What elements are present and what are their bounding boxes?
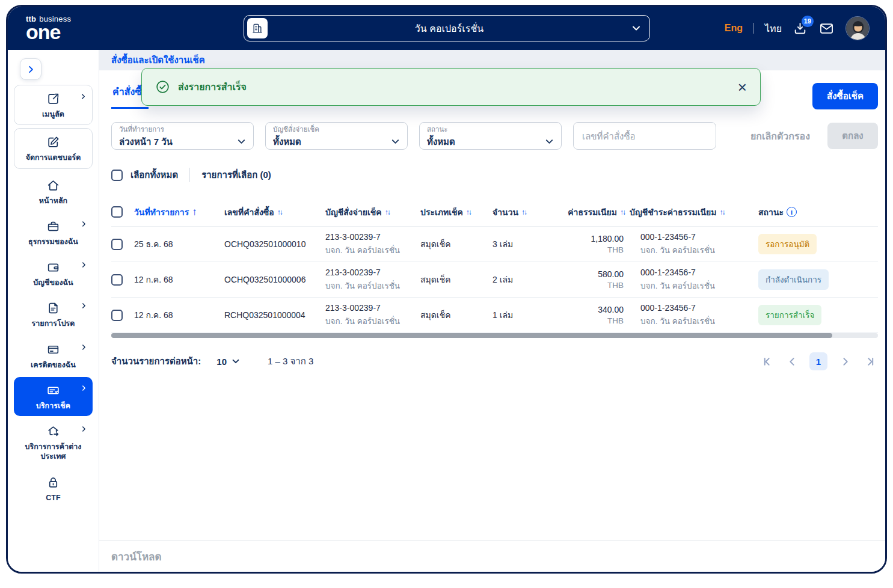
inbox-button[interactable]: [818, 20, 835, 37]
selection-row: เลือกทั้งหมด รายการที่เลือก (0): [111, 168, 885, 182]
column-header-order-no[interactable]: เลขที่คำสั่งซื้อ↑↓: [224, 206, 325, 219]
cell-date: 12 ก.ค. 68: [134, 273, 224, 286]
chevron-right-icon: [80, 93, 87, 100]
language-divider: [753, 23, 754, 34]
cell-fee-account: 000-1-23456-7บจก. วัน คอร์ปอเรชั่น: [630, 303, 758, 328]
cell-date: 25 ธ.ค. 68: [134, 237, 224, 251]
avatar[interactable]: [845, 16, 870, 40]
row-checkbox[interactable]: [111, 274, 123, 286]
sidebar-item-my-transactions[interactable]: ธุรกรรมของฉัน: [14, 213, 93, 252]
sort-icon[interactable]: ↑↓: [385, 208, 390, 216]
cell-payer-name: บจก. วัน คอร์ปอเรชั่น: [325, 279, 414, 292]
language-eng-button[interactable]: Eng: [725, 23, 743, 34]
sidebar-item-label: เครดิตของฉัน: [31, 360, 76, 370]
clear-filters-link[interactable]: ยกเลิกตัวกรอง: [750, 129, 810, 144]
sidebar-item-my-accounts[interactable]: บัญชีของฉัน: [14, 254, 93, 293]
sidebar-item-label: ธุรกรรมของฉัน: [28, 237, 78, 247]
per-page-label: จำนวนรายการต่อหน้า:: [111, 354, 201, 369]
status-filter-label: สถานะ: [427, 126, 554, 134]
sort-icon[interactable]: ↑↓: [620, 208, 625, 216]
column-header-fee-account[interactable]: บัญชีชำระค่าธรรมเนียม↑↓: [630, 206, 758, 219]
cell-payer-name: บจก. วัน คอร์ปอเรชั่น: [325, 314, 414, 328]
selected-count-label: รายการที่เลือก (0): [201, 168, 271, 182]
cell-cheque-type: สมุดเช็ค: [420, 273, 493, 286]
page-title-bar: สั่งซื้อและเปิดใช้งานเช็ค: [99, 50, 885, 70]
cell-payer-account: 213-3-00239-7บจก. วัน คอร์ปอเรชั่น: [325, 303, 420, 328]
chevron-right-icon: [81, 385, 87, 391]
sort-icon[interactable]: ↑↓: [521, 208, 526, 216]
cell-quantity: 2 เล่ม: [493, 273, 553, 286]
select-all-checkbox[interactable]: [111, 170, 123, 181]
cell-status: รายการสำเร็จ: [758, 305, 878, 325]
close-icon[interactable]: ×: [738, 79, 747, 95]
column-header-payer-account[interactable]: บัญชีสั่งจ่ายเช็ค↑↓: [325, 206, 420, 219]
cell-fee-currency: THB: [553, 281, 624, 290]
sidebar-item-label: CTF: [46, 493, 60, 503]
last-page-button[interactable]: [862, 354, 878, 369]
cell-fee-account: 000-1-23456-7บจก. วัน คอร์ปอเรชั่น: [630, 232, 758, 257]
download-link[interactable]: ดาวน์โหลด: [111, 548, 162, 565]
per-page-value: 10: [216, 357, 227, 367]
previous-page-button[interactable]: [784, 354, 800, 369]
column-header-fee[interactable]: ค่าธรรมเนียม↑↓: [553, 206, 630, 219]
table-header-row: วันที่ทำรายการ↑ เลขที่คำสั่งซื้อ↑↓ บัญชี…: [111, 198, 878, 227]
row-checkbox[interactable]: [111, 310, 123, 321]
sidebar-item-international-trade[interactable]: บริการการค้าต่างประเทศ: [14, 418, 93, 467]
pagination-range-text: 1 – 3 จาก 3: [268, 354, 313, 369]
sort-icon[interactable]: ↑↓: [466, 208, 471, 216]
sidebar-item-manage-dashboard[interactable]: จัดการแดชบอร์ด: [14, 128, 93, 168]
page-title: สั่งซื้อและเปิดใช้งานเช็ค: [111, 53, 205, 67]
horizontal-scrollbar-thumb[interactable]: [111, 333, 832, 338]
download-center-button[interactable]: 19: [793, 21, 808, 36]
sort-icon[interactable]: ↑↓: [720, 208, 725, 216]
sort-icon[interactable]: ↑↓: [277, 208, 282, 216]
wallet-icon: [46, 260, 60, 274]
sidebar: เมนูลัด จัดการแดชบอร์ด หน้าหลัก ธุรกรรมข…: [8, 50, 99, 572]
sidebar-item-favorites[interactable]: รายการโปรด: [14, 295, 93, 334]
sidebar-expand-button[interactable]: [20, 58, 41, 80]
payer-account-filter-dropdown[interactable]: บัญชีสั่งจ่ายเช็ค ทั้งหมด: [265, 122, 408, 150]
sidebar-item-label: บริการการค้าต่างประเทศ: [20, 442, 87, 462]
apply-filters-button[interactable]: ตกลง: [827, 123, 878, 149]
date-filter-dropdown[interactable]: วันที่ทำรายการ ล่วงหน้า 7 วัน: [111, 122, 254, 150]
building-icon: [247, 18, 268, 38]
status-filter-dropdown[interactable]: สถานะ ทั้งหมด: [419, 122, 562, 150]
sidebar-item-my-credit[interactable]: เครดิตของฉัน: [14, 336, 93, 375]
header-checkbox[interactable]: [111, 206, 123, 218]
page-number-current[interactable]: 1: [809, 352, 827, 370]
cell-cheque-type: สมุดเช็ค: [420, 308, 493, 322]
sidebar-item-label: เมนูลัด: [42, 109, 64, 119]
status-badge: กำลังดำเนินการ: [758, 269, 829, 290]
chevron-down-icon: [232, 357, 240, 366]
column-header-quantity[interactable]: จำนวน↑↓: [493, 206, 553, 219]
order-cheque-button[interactable]: สั่งซื้อเช็ค: [812, 83, 878, 109]
toast-message: ส่งรายการสำเร็จ: [178, 79, 247, 94]
payer-account-filter-label: บัญชีสั่งจ่ายเช็ค: [273, 126, 400, 134]
first-page-button[interactable]: [759, 354, 775, 369]
row-checkbox[interactable]: [111, 239, 123, 250]
company-selector-dropdown[interactable]: วัน คอเปอร์เรชั่น: [244, 15, 650, 41]
payer-account-filter-value: ทั้งหมด: [273, 135, 301, 149]
sidebar-item-ctf[interactable]: CTF: [14, 469, 93, 508]
sidebar-item-label: รายการโปรด: [32, 319, 75, 328]
cell-fee-currency: THB: [553, 316, 624, 325]
next-page-button[interactable]: [837, 354, 853, 369]
cell-order-no: OCHQ032501000010: [224, 239, 325, 249]
language-thai-button[interactable]: ไทย: [765, 21, 782, 36]
cell-fee-currency: THB: [553, 245, 624, 254]
sidebar-item-cheque-services[interactable]: บริการเช็ค: [14, 377, 93, 416]
column-header-date[interactable]: วันที่ทำรายการ↑: [134, 206, 224, 219]
column-header-cheque-type[interactable]: ประเภทเช็ค↑↓: [420, 206, 493, 219]
lock-icon: [46, 476, 60, 489]
status-info-icon[interactable]: i: [787, 207, 797, 217]
topbar: ttbbusiness one วัน คอเปอร์เรชั่น Eng ไท…: [8, 7, 885, 50]
sidebar-item-home[interactable]: หน้าหลัก: [14, 172, 93, 211]
cell-order-no: OCHQ032501000006: [224, 275, 325, 284]
sidebar-item-shortcut-menu[interactable]: เมนูลัด: [14, 85, 93, 125]
per-page-dropdown[interactable]: 10: [216, 357, 240, 367]
app-window: ttbbusiness one วัน คอเปอร์เรชั่น Eng ไท…: [6, 5, 887, 574]
sort-ascending-icon[interactable]: ↑: [192, 206, 197, 218]
brand-logo: ttbbusiness one: [26, 15, 71, 42]
sidebar-item-label: จัดการแดชบอร์ด: [26, 153, 81, 162]
order-number-input[interactable]: [573, 122, 716, 150]
